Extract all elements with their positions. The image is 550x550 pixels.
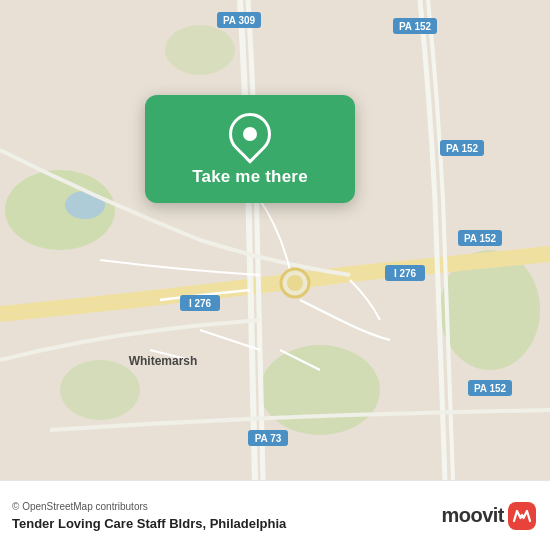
location-info: © OpenStreetMap contributors Tender Lovi… [12, 501, 286, 531]
svg-text:I 276: I 276 [394, 268, 417, 279]
svg-point-5 [165, 25, 235, 75]
bottom-bar: © OpenStreetMap contributors Tender Lovi… [0, 480, 550, 550]
svg-point-4 [60, 360, 140, 420]
svg-point-3 [260, 345, 380, 435]
location-name: Tender Loving Care Staff Bldrs, Philadel… [12, 516, 286, 531]
moovit-text: moovit [441, 504, 504, 527]
osm-credit: © OpenStreetMap contributors [12, 501, 286, 512]
svg-text:PA 309: PA 309 [223, 15, 256, 26]
svg-text:PA 73: PA 73 [255, 433, 282, 444]
svg-text:Whitemarsh: Whitemarsh [129, 354, 198, 368]
location-pin-icon [220, 104, 279, 163]
map-svg: PA 309 PA 152 PA 152 PA 152 PA 152 I 276… [0, 0, 550, 480]
svg-text:I 276: I 276 [189, 298, 212, 309]
map-popup[interactable]: Take me there [145, 95, 355, 203]
svg-text:PA 152: PA 152 [464, 233, 497, 244]
svg-text:PA 152: PA 152 [446, 143, 479, 154]
take-me-there-button[interactable]: Take me there [192, 167, 308, 187]
map-container: PA 309 PA 152 PA 152 PA 152 PA 152 I 276… [0, 0, 550, 480]
svg-point-8 [287, 275, 303, 291]
svg-text:PA 152: PA 152 [474, 383, 507, 394]
moovit-icon [508, 502, 536, 530]
moovit-logo: moovit [441, 502, 536, 530]
svg-text:PA 152: PA 152 [399, 21, 432, 32]
